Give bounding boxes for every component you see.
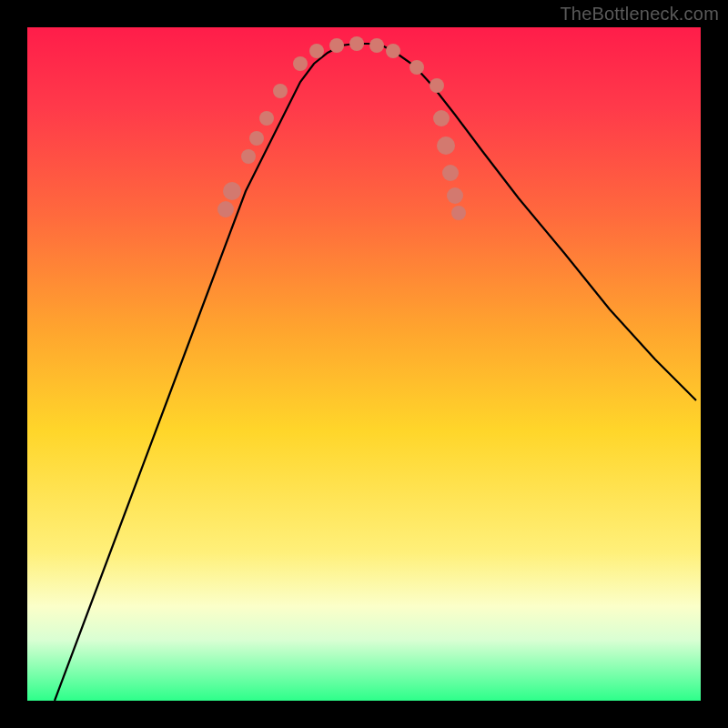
data-point-dot [223, 182, 241, 200]
data-point-dot [217, 201, 234, 217]
data-point-dot [410, 60, 424, 75]
data-point-dot [293, 56, 308, 71]
data-point-dot [369, 38, 384, 53]
bottleneck-chart [27, 27, 701, 701]
data-point-dot [447, 187, 463, 204]
data-point-dot [451, 206, 466, 220]
data-point-dot [437, 136, 455, 155]
data-point-dot [273, 84, 288, 98]
data-point-dot [329, 38, 344, 53]
data-point-dot [249, 131, 264, 146]
data-point-dot [309, 44, 324, 58]
data-point-dot [386, 44, 400, 58]
data-point-dot [241, 149, 256, 164]
data-point-dot [259, 111, 274, 126]
data-point-dot [433, 110, 450, 126]
bottleneck-curve-line [55, 44, 696, 701]
bottleneck-curve-dots [217, 36, 466, 220]
data-point-dot [442, 165, 459, 181]
watermark-text: TheBottleneck.com [560, 4, 719, 25]
data-point-dot [349, 36, 364, 51]
data-point-dot [430, 78, 444, 93]
chart-frame [27, 27, 701, 701]
